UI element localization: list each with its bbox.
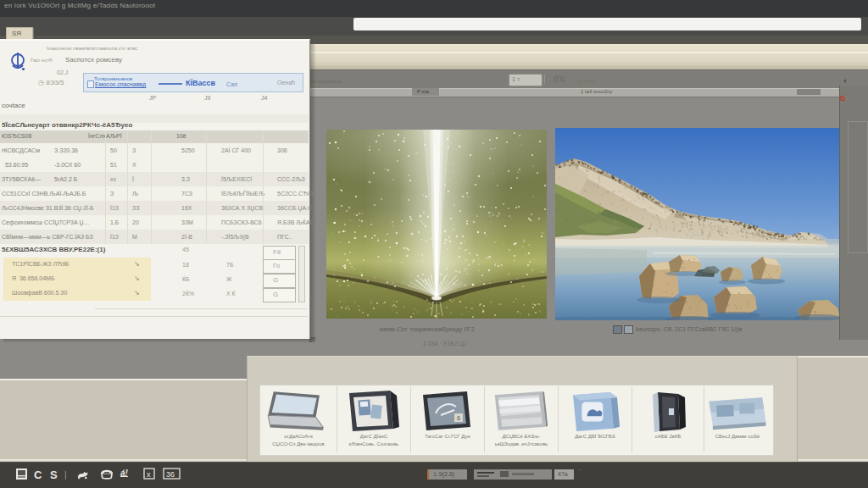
svg-text:36: 36 [166, 470, 175, 479]
svg-text:х: х [147, 470, 151, 479]
svg-text:6: 6 [457, 415, 460, 421]
